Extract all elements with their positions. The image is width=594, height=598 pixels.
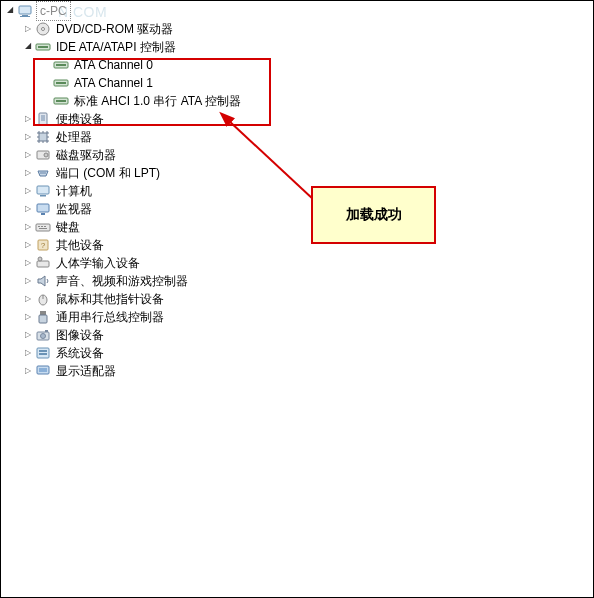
expand-icon[interactable]: ▷	[22, 257, 34, 269]
category-label: 端口 (COM 和 LPT)	[54, 164, 162, 182]
expand-icon[interactable]: ▷	[22, 293, 34, 305]
expand-icon[interactable]: ▷	[22, 311, 34, 323]
tree-category[interactable]: ▷ 通用串行总线控制器	[4, 308, 594, 326]
display-icon	[35, 363, 51, 379]
port-icon	[35, 165, 51, 181]
keyboard-icon	[35, 219, 51, 235]
expand-icon[interactable]: ▷	[22, 347, 34, 359]
tree-category[interactable]: ◢ IDE ATA/ATAPI 控制器	[4, 38, 594, 56]
svg-point-18	[40, 172, 42, 174]
root-label: c-PC	[36, 1, 71, 21]
svg-point-19	[42, 172, 44, 174]
svg-rect-32	[37, 261, 49, 267]
device-tree: ◢ c-PC ▷ DVD/CD-ROM 驱动器 ◢ IDE ATA/ATAPI …	[0, 0, 594, 380]
disk-icon	[35, 147, 51, 163]
expand-icon[interactable]: ▷	[22, 275, 34, 287]
svg-rect-25	[36, 224, 50, 231]
tree-category[interactable]: ▷ 人体学输入设备	[4, 254, 594, 272]
sound-icon	[35, 273, 51, 289]
tree-category[interactable]: ▷ 处理器	[4, 128, 594, 146]
ide-channel-icon	[53, 93, 69, 109]
category-label: 系统设备	[54, 344, 106, 362]
expand-icon[interactable]: ▷	[22, 149, 34, 161]
item-label: ATA Channel 0	[72, 56, 155, 74]
tree-category[interactable]: ▷ 磁盘驱动器	[4, 146, 594, 164]
category-label: 通用串行总线控制器	[54, 308, 166, 326]
svg-point-4	[42, 28, 45, 31]
category-label: 键盘	[54, 218, 82, 236]
svg-rect-24	[41, 213, 45, 215]
svg-rect-12	[56, 100, 66, 102]
hid-icon	[35, 255, 51, 271]
tree-category[interactable]: ▷ 图像设备	[4, 326, 594, 344]
tree-category[interactable]: ▷ 显示适配器	[4, 362, 594, 380]
svg-rect-42	[39, 350, 47, 352]
category-label: 磁盘驱动器	[54, 146, 118, 164]
category-label: 处理器	[54, 128, 94, 146]
tree-category[interactable]: ▷ 声音、视频和游戏控制器	[4, 272, 594, 290]
category-label: 图像设备	[54, 326, 106, 344]
tree-category[interactable]: ▷ 鼠标和其他指针设备	[4, 290, 594, 308]
ide-icon	[35, 39, 51, 55]
tree-item[interactable]: ▷ ATA Channel 1	[4, 74, 594, 92]
expand-icon[interactable]: ◢	[4, 4, 16, 16]
other-icon: ?	[35, 237, 51, 253]
svg-rect-2	[20, 16, 30, 17]
category-label: 便携设备	[54, 110, 106, 128]
svg-rect-28	[44, 226, 46, 227]
expand-icon[interactable]: ▷	[22, 221, 34, 233]
category-label: 其他设备	[54, 236, 106, 254]
cpu-icon	[35, 129, 51, 145]
svg-rect-21	[37, 186, 49, 194]
expand-icon[interactable]: ▷	[22, 239, 34, 251]
tree-category[interactable]: ▷ ? 其他设备	[4, 236, 594, 254]
svg-point-20	[44, 172, 46, 174]
svg-rect-43	[39, 353, 47, 355]
svg-point-17	[44, 153, 48, 157]
svg-point-39	[41, 334, 46, 339]
tree-category[interactable]: ▷ 计算机	[4, 182, 594, 200]
ide-channel-icon	[53, 75, 69, 91]
collapse-icon[interactable]: ◢	[22, 40, 34, 52]
svg-rect-23	[37, 204, 49, 212]
svg-rect-29	[39, 228, 47, 229]
system-icon	[35, 345, 51, 361]
tree-category[interactable]: ▷ 端口 (COM 和 LPT)	[4, 164, 594, 182]
expand-icon[interactable]: ▷	[22, 131, 34, 143]
tree-category[interactable]: ▷ 系统设备	[4, 344, 594, 362]
tree-category[interactable]: ▷ 键盘	[4, 218, 594, 236]
expand-icon[interactable]: ▷	[22, 365, 34, 377]
svg-rect-10	[56, 82, 66, 84]
svg-rect-8	[56, 64, 66, 66]
computer-icon	[35, 183, 51, 199]
expand-icon[interactable]: ▷	[22, 329, 34, 341]
tree-category[interactable]: ▷ 便携设备	[4, 110, 594, 128]
expand-icon[interactable]: ▷	[22, 185, 34, 197]
tree-item[interactable]: ▷ 标准 AHCI 1.0 串行 ATA 控制器	[4, 92, 594, 110]
tree-category[interactable]: ▷ 监视器	[4, 200, 594, 218]
category-label: 监视器	[54, 200, 94, 218]
category-label: 声音、视频和游戏控制器	[54, 272, 190, 290]
svg-rect-40	[45, 330, 48, 332]
svg-rect-37	[39, 315, 47, 323]
svg-rect-36	[40, 311, 46, 315]
imaging-icon	[35, 327, 51, 343]
svg-rect-45	[39, 368, 47, 372]
dvd-icon	[35, 21, 51, 37]
tree-category[interactable]: ▷ DVD/CD-ROM 驱动器	[4, 20, 594, 38]
monitor-icon	[35, 201, 51, 217]
expand-icon[interactable]: ▷	[22, 203, 34, 215]
ide-channel-icon	[53, 57, 69, 73]
tree-item[interactable]: ▷ ATA Channel 0	[4, 56, 594, 74]
svg-rect-22	[40, 195, 46, 197]
category-label: 人体学输入设备	[54, 254, 142, 272]
expand-icon[interactable]: ▷	[22, 167, 34, 179]
expand-icon[interactable]: ▷	[22, 23, 34, 35]
expand-icon[interactable]: ▷	[22, 113, 34, 125]
tree-root[interactable]: ◢ c-PC	[4, 2, 594, 20]
item-label: ATA Channel 1	[72, 74, 155, 92]
svg-text:?: ?	[41, 241, 46, 250]
category-label: DVD/CD-ROM 驱动器	[54, 20, 175, 38]
callout-text: 加载成功	[346, 206, 402, 224]
category-label: 鼠标和其他指针设备	[54, 290, 166, 308]
